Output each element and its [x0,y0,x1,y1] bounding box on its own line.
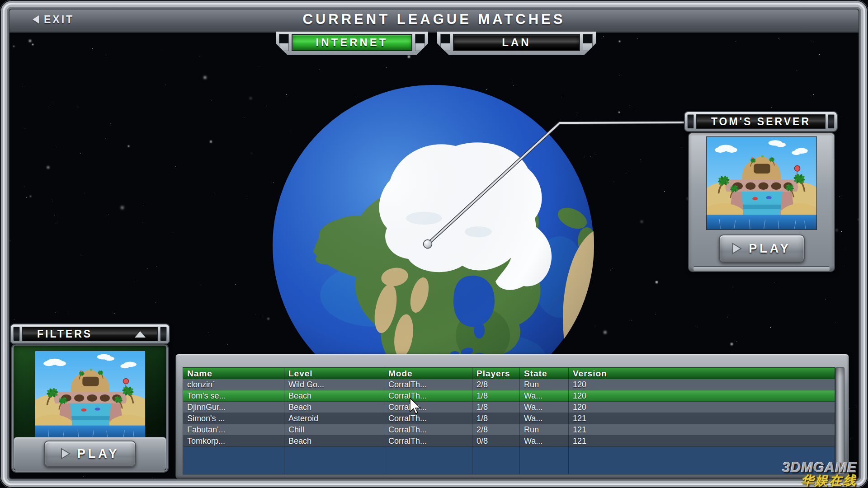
plate-cap-left [13,327,20,341]
server-table-panel: NameLevelModePlayersStateVersion clonzin… [175,354,849,479]
tab-notch-right [415,34,425,51]
table-empty-area [183,447,835,474]
plate-cap-left [687,114,694,129]
cell-name: clonzin` [183,379,284,390]
collapse-arrow-icon[interactable] [135,331,146,338]
table-column-header[interactable]: Version [569,368,835,379]
cell-state: Run [520,424,569,436]
cell-level: Chill [284,424,384,436]
play-icon [732,243,742,254]
cell-name: Tom's se... [183,390,284,402]
server-table: NameLevelModePlayersStateVersion clonzin… [183,367,835,474]
table-row[interactable]: Fabutan'... Chill CorralTh... 2/8 Run 12… [183,424,835,436]
tab-internet-label: INTERNET [292,34,412,51]
table-row[interactable]: Simon's ... Asteroid CorralTh... 1/8 Wa.… [183,413,835,424]
page-title: CURRENT LEAGUE MATCHES [303,11,566,28]
filters-title-plate[interactable]: FILTERS [10,324,170,344]
table-row[interactable]: Tomkorp... Beach CorralTh... 0/8 Wa... 1… [183,436,835,447]
table-scrollbar[interactable] [835,367,844,474]
exit-label: EXIT [44,14,74,26]
cell-mode: CorralTh... [384,424,472,436]
table-row[interactable]: Tom's se... Beach CorralTh... 1/8 Wa... … [183,390,835,402]
play-button[interactable]: PLAY [44,441,136,467]
cell-name: Tomkorp... [183,436,284,447]
cell-state: Wa... [520,413,569,424]
cell-version: 120 [569,390,835,402]
server-popup-title-plate: TOM'S SERVER [684,111,838,132]
cell-mode: CorralTh... [384,379,472,390]
map-preview [35,351,146,440]
cell-players: 1/8 [472,390,520,402]
cell-mode: CorralTh... [384,413,472,424]
play-label: PLAY [77,447,120,461]
server-popup: TOM'S SERVER PLAY [684,111,838,273]
cell-players: 1/8 [472,413,520,424]
cell-mode: CorralTh... [384,390,472,402]
exit-button[interactable]: EXIT [33,7,74,32]
cell-level: Beach [284,436,384,447]
cell-state: Wa... [520,436,569,447]
cell-name: Simon's ... [183,413,284,424]
tab-notch-left [279,34,289,51]
tab-lan[interactable]: LAN [437,32,596,55]
play-icon [61,448,71,460]
cell-players: 2/8 [472,424,520,436]
table-row[interactable]: clonzin` Wild Go... CorralTh... 2/8 Run … [183,379,835,390]
cell-level: Beach [284,390,384,402]
table-row[interactable]: DjinnGur... Beach CorralTh... 1/8 Wa... … [183,402,835,413]
plate-cap-right [160,327,167,341]
panel-bottom-lip [693,266,830,271]
app-window: EXIT CURRENT LEAGUE MATCHES INTERNET LAN… [0,0,868,488]
filters-title: FILTERS [37,328,92,340]
table-column-header[interactable]: State [520,368,569,379]
cell-name: DjinnGur... [183,402,284,413]
table-column-header[interactable]: Name [183,368,284,379]
cell-version: 121 [569,436,835,447]
filters-footer: PLAY [14,437,166,470]
cell-players: 2/8 [472,379,520,390]
play-button[interactable]: PLAY [719,235,805,263]
cell-players: 0/8 [472,436,520,447]
cell-version: 120 [569,379,835,390]
cell-state: Run [520,379,569,390]
cell-name: Fabutan'... [183,424,284,436]
back-arrow-icon [33,15,39,23]
map-preview [706,136,817,230]
server-popup-body: PLAY [688,132,835,272]
cell-level: Beach [284,402,384,413]
tab-notch-left [440,34,450,51]
plate-cap-right [828,114,835,129]
table-column-header[interactable]: Players [472,368,520,379]
cell-level: Asteroid [284,413,384,424]
cell-mode: CorralTh... [384,402,472,413]
top-bar: EXIT CURRENT LEAGUE MATCHES [7,7,861,33]
server-popup-title: TOM'S SERVER [696,114,826,129]
cell-version: 120 [569,402,835,413]
cell-state: Wa... [520,402,569,413]
cell-version: 121 [569,424,835,436]
filters-title-core: FILTERS [22,327,158,341]
table-column-header[interactable]: Level [284,368,384,379]
table-column-header[interactable]: Mode [384,368,472,379]
cell-version: 121 [569,413,835,424]
cell-mode: CorralTh... [384,436,472,447]
tab-lan-label: LAN [453,34,580,51]
cell-level: Wild Go... [284,379,384,390]
cell-state: Wa... [520,390,569,402]
play-label: PLAY [749,242,791,256]
cell-players: 1/8 [472,402,520,413]
starfield-bright [0,0,0,0]
tab-notch-right [583,34,593,51]
table-body: clonzin` Wild Go... CorralTh... 2/8 Run … [183,379,835,447]
server-popup-footer: PLAY [719,235,805,263]
table-header-row: NameLevelModePlayersStateVersion [183,368,835,379]
filters-panel: FILTERS PLAY [10,324,170,474]
tab-internet[interactable]: INTERNET [276,32,428,55]
